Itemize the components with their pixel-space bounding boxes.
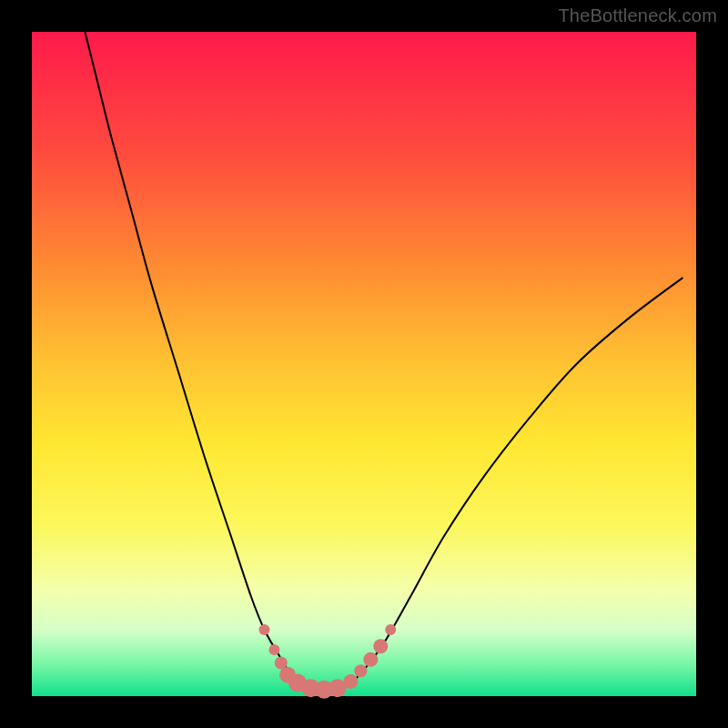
curve-marker [343, 674, 358, 689]
bottleneck-curve [85, 32, 682, 690]
watermark-text: TheBottleneck.com [558, 5, 717, 26]
curve-marker [373, 639, 388, 653]
curve-marker [268, 644, 279, 655]
curve-svg [32, 32, 696, 696]
curve-marker [385, 624, 396, 635]
curve-marker [354, 664, 367, 677]
chart-stage: TheBottleneck.com [0, 0, 728, 728]
marker-group [259, 624, 397, 699]
plot-area [32, 32, 696, 696]
curve-marker [363, 652, 378, 667]
curve-marker [259, 624, 270, 635]
